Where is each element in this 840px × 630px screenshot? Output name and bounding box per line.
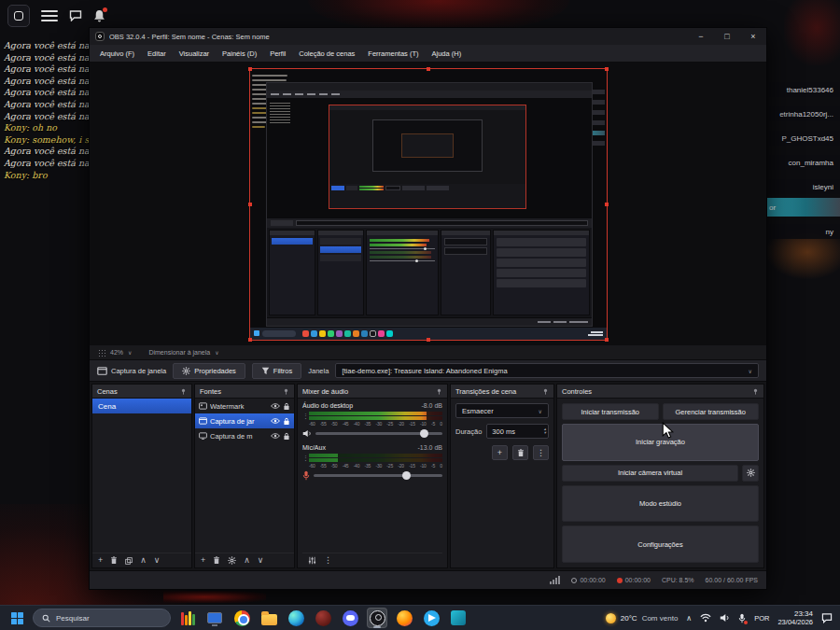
notifications-bell-icon[interactable] bbox=[93, 9, 105, 22]
source-properties-gear-icon[interactable] bbox=[228, 556, 236, 565]
transitions-panel-header[interactable]: Transições de cena bbox=[451, 385, 553, 399]
remove-scene-icon[interactable] bbox=[110, 556, 118, 565]
duration-input[interactable]: 300 ms ▴▾ bbox=[486, 424, 549, 439]
duplicate-scene-icon[interactable] bbox=[125, 557, 133, 565]
dock-pin-icon[interactable] bbox=[436, 388, 442, 395]
sources-panel-header[interactable]: Fontes bbox=[195, 385, 294, 399]
menu-ferramentas[interactable]: Ferramentas (T) bbox=[361, 49, 425, 58]
edge-icon[interactable] bbox=[286, 608, 306, 628]
wifi-icon[interactable] bbox=[700, 613, 711, 623]
remove-source-icon[interactable] bbox=[213, 556, 220, 565]
telegram-icon[interactable] bbox=[421, 608, 441, 628]
virtual-camera-settings-button[interactable] bbox=[742, 465, 759, 482]
monitor-app-icon[interactable] bbox=[204, 608, 225, 628]
dock-pin-icon[interactable] bbox=[283, 388, 289, 395]
hidden-icons-chevron[interactable]: ∧ bbox=[686, 614, 692, 623]
chat-bubble-icon[interactable] bbox=[69, 10, 82, 21]
app-logo-icon[interactable] bbox=[7, 5, 30, 27]
volume-icon[interactable] bbox=[720, 613, 730, 623]
obs-titlebar[interactable]: OBS 32.0.4 - Perfil: Sem nome - Cenas: S… bbox=[90, 28, 766, 45]
visibility-eye-icon[interactable] bbox=[271, 417, 280, 425]
close-button[interactable]: × bbox=[740, 28, 766, 45]
window-select[interactable]: [tiae-demo.exe]: Treasure Island: Abando… bbox=[335, 363, 759, 378]
menu-paineis[interactable]: Painéis (D) bbox=[216, 49, 263, 58]
scene-item-cena[interactable]: Cena bbox=[92, 399, 191, 413]
source-item-captura-de-monitor[interactable]: Captura de m bbox=[195, 428, 294, 443]
visibility-eye-icon[interactable] bbox=[271, 402, 280, 410]
mic-volume-slider[interactable] bbox=[314, 474, 442, 477]
remove-transition-button[interactable] bbox=[512, 445, 528, 460]
dock-pin-icon[interactable] bbox=[542, 388, 549, 395]
firefox-icon[interactable] bbox=[394, 608, 414, 628]
desktop-volume-slider[interactable] bbox=[315, 432, 442, 435]
advanced-audio-icon[interactable] bbox=[308, 556, 316, 565]
scenes-panel-header[interactable]: Cenas bbox=[92, 385, 191, 399]
discord-icon[interactable] bbox=[340, 608, 360, 628]
language-indicator[interactable]: POR bbox=[754, 614, 769, 623]
source-item-captura-de-janela[interactable]: Captura de jar bbox=[195, 413, 294, 428]
notification-center-icon[interactable] bbox=[821, 613, 833, 623]
dock-pin-icon[interactable] bbox=[180, 388, 187, 395]
dock-pin-icon[interactable] bbox=[752, 388, 759, 395]
controls-panel-header[interactable]: Controles bbox=[557, 385, 763, 399]
settings-button[interactable]: Configurações bbox=[562, 525, 759, 563]
filters-button[interactable]: Filtros bbox=[252, 363, 301, 379]
search-input[interactable]: Pesquisar bbox=[33, 609, 171, 627]
studio-mode-button[interactable]: Modo estúdio bbox=[562, 485, 759, 523]
add-scene-icon[interactable]: + bbox=[98, 556, 103, 565]
source-item-watermark[interactable]: Watermark bbox=[195, 399, 294, 413]
channel-menu-icon[interactable]: ⋮ bbox=[302, 412, 306, 427]
game-launcher-icon[interactable] bbox=[313, 608, 333, 628]
source-down-icon[interactable]: ∨ bbox=[258, 556, 264, 565]
chat-line: Agora você está na equ bbox=[4, 111, 89, 123]
minimize-button[interactable]: − bbox=[688, 28, 714, 45]
clock[interactable]: 23:34 23/04/2026 bbox=[777, 609, 813, 627]
window-source-icon bbox=[97, 367, 107, 375]
mic-tray-icon[interactable] bbox=[738, 613, 746, 623]
speaker-icon[interactable] bbox=[302, 429, 312, 438]
file-explorer-icon[interactable] bbox=[259, 608, 279, 628]
chrome-icon[interactable] bbox=[231, 608, 252, 628]
start-streaming-button[interactable]: Iniciar transmissão bbox=[562, 403, 659, 420]
obs-taskbar-icon[interactable] bbox=[367, 608, 387, 628]
menu-editar[interactable]: Editar bbox=[141, 49, 173, 58]
paint-app-icon[interactable] bbox=[448, 608, 469, 628]
zoom-level[interactable]: 42% bbox=[110, 349, 123, 356]
start-button[interactable] bbox=[7, 609, 26, 627]
source-up-icon[interactable]: ∧ bbox=[244, 556, 250, 565]
maximize-button[interactable]: □ bbox=[714, 28, 740, 45]
scene-down-icon[interactable]: ∨ bbox=[154, 556, 161, 565]
menu-arquivo[interactable]: Arquivo (F) bbox=[93, 49, 141, 58]
visibility-eye-icon[interactable] bbox=[271, 432, 280, 440]
lock-icon[interactable] bbox=[283, 402, 290, 411]
mic-icon[interactable] bbox=[302, 470, 310, 481]
sources-toolbar: + ∧ ∨ bbox=[195, 553, 294, 567]
transition-select[interactable]: Esmaecer ∨ bbox=[455, 403, 549, 418]
captured-desktop-preview[interactable] bbox=[249, 68, 608, 341]
channel-menu-icon[interactable]: ⋮ bbox=[302, 454, 306, 469]
obs-preview-canvas[interactable] bbox=[90, 63, 766, 345]
scale-mode[interactable]: Dimensionar à janela bbox=[148, 349, 210, 356]
weather-widget[interactable]: 20°C Com vento bbox=[606, 613, 679, 623]
scene-up-icon[interactable]: ∧ bbox=[140, 556, 147, 565]
menu-colecao-de-cenas[interactable]: Coleção de cenas bbox=[292, 49, 361, 58]
lock-icon[interactable] bbox=[283, 432, 290, 441]
lock-icon[interactable] bbox=[283, 417, 290, 426]
mixer-menu-icon[interactable]: ⋮ bbox=[324, 556, 332, 565]
menu-perfil[interactable]: Perfil bbox=[263, 49, 292, 58]
menu-ajuda[interactable]: Ajuda (H) bbox=[426, 49, 469, 58]
chevron-down-icon: ∨ bbox=[749, 368, 752, 374]
properties-button[interactable]: Propriedades bbox=[173, 363, 245, 379]
transition-menu-button[interactable]: ⋮ bbox=[533, 445, 549, 460]
add-source-icon[interactable]: + bbox=[201, 556, 205, 565]
start-virtual-camera-button[interactable]: Iniciar câmera virtual bbox=[562, 465, 738, 482]
menu-icon[interactable] bbox=[41, 9, 58, 22]
menu-visualizar[interactable]: Visualizar bbox=[173, 49, 216, 58]
mixer-panel-header[interactable]: Mixer de áudio bbox=[298, 385, 447, 399]
chat-line: Agora você está na equ bbox=[4, 99, 89, 111]
start-recording-button[interactable]: Iniciar gravação bbox=[562, 424, 759, 461]
manage-stream-button[interactable]: Gerenciar transmissão bbox=[663, 403, 760, 420]
add-transition-button[interactable]: + bbox=[492, 445, 508, 460]
spinner-arrows[interactable]: ▴▾ bbox=[544, 427, 546, 435]
library-app-icon[interactable] bbox=[177, 608, 198, 628]
